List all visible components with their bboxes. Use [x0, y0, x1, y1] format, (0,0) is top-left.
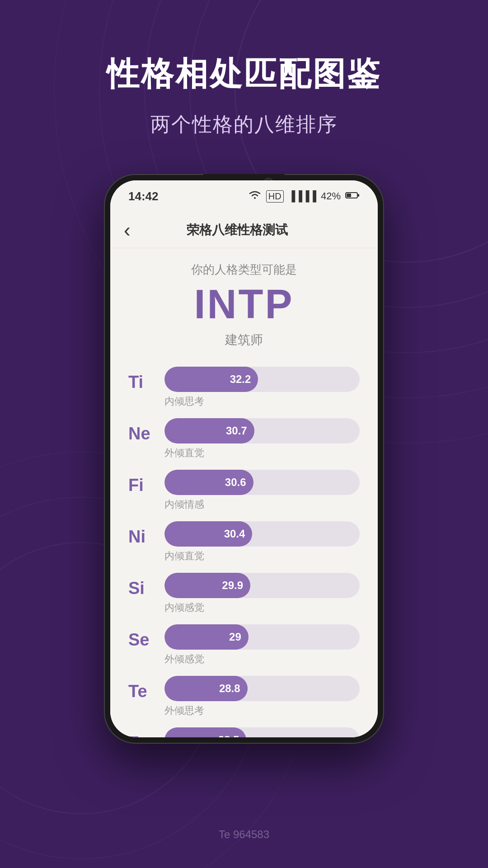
svg-rect-10 — [358, 194, 359, 197]
battery-percent: 42% — [321, 190, 341, 202]
bar-item-se: Se29外倾感觉 — [128, 624, 360, 666]
bar-code-fe: Fe — [128, 733, 164, 737]
bar-value-fe: 28.5 — [218, 734, 239, 737]
personality-type: INTP — [128, 282, 360, 327]
bar-code-si: Si — [128, 579, 164, 598]
signal-icon: ▐▐▐▐ — [288, 190, 316, 202]
phone-screen: 14:42 HD ▐▐▐▐ 42% — [110, 180, 378, 737]
main-title: 性格相处匹配图鉴 — [0, 54, 488, 93]
content-area: 你的人格类型可能是 INTP 建筑师 Ti32.2内倾思考Ne30.7外倾直觉F… — [110, 248, 378, 737]
bar-wrapper-ne: 30.7 — [164, 418, 360, 443]
bar-item-fi: Fi30.6内倾情感 — [128, 470, 360, 511]
bar-fill-te: 28.8 — [164, 676, 248, 701]
bar-wrapper-si: 29.9 — [164, 573, 360, 598]
bar-value-ne: 30.7 — [226, 425, 247, 437]
bar-fill-fi: 30.6 — [164, 470, 253, 495]
bar-value-fi: 30.6 — [225, 476, 246, 489]
bar-fill-se: 29 — [164, 624, 249, 650]
back-button[interactable]: ‹ — [124, 220, 131, 240]
battery-icon — [345, 190, 360, 202]
bar-value-ni: 30.4 — [224, 528, 245, 540]
bar-fill-fe: 28.5 — [164, 727, 246, 737]
bars-container: Ti32.2内倾思考Ne30.7外倾直觉Fi30.6内倾情感Ni30.4内倾直觉… — [128, 367, 360, 737]
bar-code-se: Se — [128, 630, 164, 650]
personality-subtitle: 你的人格类型可能是 — [128, 262, 360, 278]
bar-wrapper-fi: 30.6 — [164, 470, 360, 495]
bar-wrapper-se: 29 — [164, 624, 360, 650]
bar-code-ne: Ne — [128, 424, 164, 443]
status-bar: 14:42 HD ▐▐▐▐ 42% — [110, 180, 378, 212]
bar-desc-se: 外倾感觉 — [164, 652, 360, 666]
bar-fill-ne: 30.7 — [164, 418, 254, 443]
bar-desc-ne: 外倾直觉 — [164, 446, 360, 460]
bar-code-fi: Fi — [128, 476, 164, 495]
status-time: 14:42 — [128, 189, 159, 203]
bar-desc-ti: 内倾思考 — [164, 395, 360, 408]
status-icons: HD ▐▐▐▐ 42% — [248, 190, 360, 203]
bar-item-ti: Ti32.2内倾思考 — [128, 367, 360, 408]
bar-code-te: Te — [128, 682, 164, 701]
bar-code-ni: Ni — [128, 527, 164, 547]
bar-item-te: Te28.8外倾思考 — [128, 676, 360, 717]
svg-rect-9 — [347, 193, 351, 197]
bar-value-si: 29.9 — [222, 579, 243, 592]
header-section: 性格相处匹配图鉴 两个性格的八维排序 — [0, 0, 488, 138]
sub-title: 两个性格的八维排序 — [0, 111, 488, 138]
bar-item-ne: Ne30.7外倾直觉 — [128, 418, 360, 460]
bar-item-si: Si29.9内倾感觉 — [128, 573, 360, 614]
phone-mockup: 14:42 HD ▐▐▐▐ 42% — [104, 174, 384, 744]
bar-wrapper-fe: 28.5 — [164, 727, 360, 737]
bar-desc-te: 外倾思考 — [164, 704, 360, 717]
bar-wrapper-ti: 32.2 — [164, 367, 360, 392]
nav-bar: ‹ 荣格八维性格测试 — [110, 212, 378, 248]
bar-value-se: 29 — [229, 631, 241, 643]
watermark: Te 964583 — [219, 828, 269, 841]
bar-code-ti: Ti — [128, 373, 164, 392]
bar-wrapper-te: 28.8 — [164, 676, 360, 701]
wifi-icon — [248, 190, 262, 203]
bar-fill-ni: 30.4 — [164, 521, 252, 547]
bar-wrapper-ni: 30.4 — [164, 521, 360, 547]
bar-value-ti: 32.2 — [230, 373, 251, 386]
hd-badge: HD — [266, 190, 284, 203]
bar-fill-si: 29.9 — [164, 573, 250, 598]
phone-container: 14:42 HD ▐▐▐▐ 42% — [0, 174, 488, 744]
bar-value-te: 28.8 — [219, 682, 240, 695]
bar-desc-fi: 内倾情感 — [164, 498, 360, 511]
bar-desc-ni: 内倾直觉 — [164, 549, 360, 563]
bar-item-fe: Fe28.5外倾情感 — [128, 727, 360, 737]
bar-desc-si: 内倾感觉 — [164, 601, 360, 614]
nav-title: 荣格八维性格测试 — [131, 222, 344, 239]
bar-fill-ti: 32.2 — [164, 367, 258, 392]
personality-name: 建筑师 — [128, 331, 360, 349]
bar-item-ni: Ni30.4内倾直觉 — [128, 521, 360, 563]
